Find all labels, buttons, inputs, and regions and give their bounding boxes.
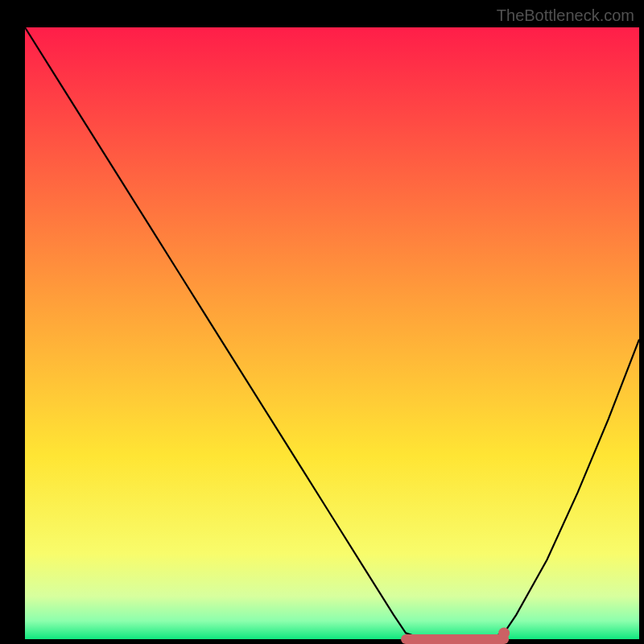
bottleneck-chart: [0, 0, 644, 644]
chart-container: TheBottleneck.com: [0, 0, 644, 644]
plot-background: [25, 27, 639, 639]
watermark: TheBottleneck.com: [497, 6, 634, 25]
optimal-marker: [498, 627, 510, 638]
